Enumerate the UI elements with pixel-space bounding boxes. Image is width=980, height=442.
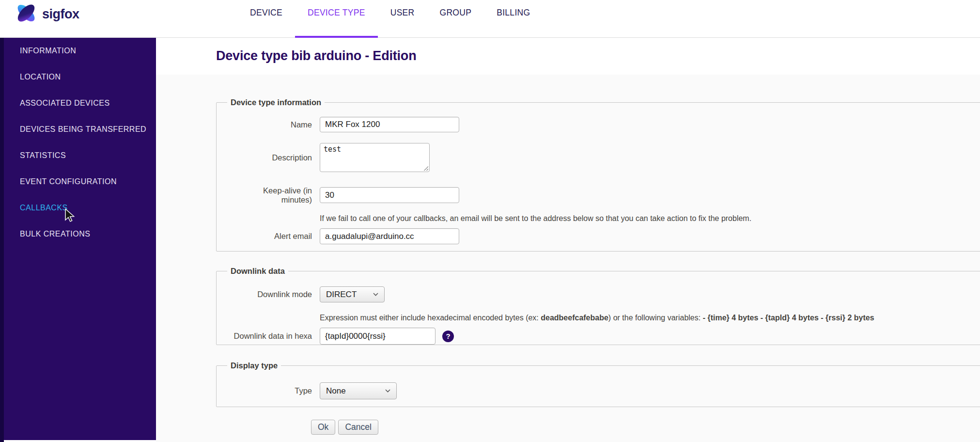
downlink-hexa-label: Downlink data in hexa [217,332,312,341]
header: sigfox DEVICE DEVICE TYPE USER GROUP BIL… [0,0,980,38]
sidebar-item-associated-devices[interactable]: ASSOCIATED DEVICES [4,90,156,116]
downlink-mode-value: DIRECT [326,290,357,300]
sidebar-item-event-configuration[interactable]: EVENT CONFIGURATION [4,169,156,195]
sidebar: INFORMATION LOCATION ASSOCIATED DEVICES … [4,38,156,440]
name-input[interactable]: MKR Fox 1200 [320,117,459,132]
display-type-value: None [326,386,346,396]
alert-email-input[interactable]: a.guadalupi@arduino.cc [320,228,459,244]
description-textarea[interactable]: test [320,143,430,172]
chevron-down-icon [373,293,378,296]
description-label: Description [217,153,312,162]
sidebar-item-devices-being-transferred[interactable]: DEVICES BEING TRANSFERRED [4,116,156,142]
downlink-expression-note: Expression must either include hexadecim… [320,314,874,322]
sidebar-item-bulk-creations[interactable]: BULK CREATIONS [4,221,156,247]
nav-device-type[interactable]: DEVICE TYPE [295,0,378,38]
fieldset-device-type-information: Device type information Name MKR Fox 120… [216,98,980,252]
device-type-form: Device type information Name MKR Fox 120… [156,75,980,442]
ok-button[interactable]: Ok [311,420,335,435]
alert-email-note: If we fail to call one of your callbacks… [320,214,751,223]
downlink-mode-select[interactable]: DIRECT [320,286,385,302]
sidebar-item-statistics[interactable]: STATISTICS [4,142,156,169]
legend-device-type-information: Device type information [227,98,325,107]
help-icon[interactable]: ? [442,331,454,342]
row-alert-email: Alert email a.guadalupi@arduino.cc [217,228,459,244]
form-actions: Ok Cancel [311,420,378,435]
fieldset-display-type: Display type Type None [216,361,980,407]
row-downlink-mode: Downlink mode DIRECT [217,286,385,302]
row-downlink-hexa: Downlink data in hexa {tapId}0000{rssi} … [217,328,454,345]
sigfox-logo[interactable]: sigfox [15,2,79,26]
display-type-label: Type [217,386,312,395]
keepalive-label: Keep-alive (in minutes) [217,186,312,205]
chevron-down-icon [385,389,390,393]
fieldset-downlink-data: Downlink data Downlink mode DIRECT Expre… [216,267,980,345]
legend-display-type: Display type [227,361,281,370]
page-title: Device type bib arduino - Edition [216,48,416,63]
sidebar-item-information[interactable]: INFORMATION [4,38,156,64]
main-content: Device type bib arduino - Edition Device… [156,38,980,442]
name-label: Name [217,120,312,129]
row-name: Name MKR Fox 1200 [217,117,459,132]
nav-device[interactable]: DEVICE [237,0,295,38]
row-description: Description test [217,143,430,172]
legend-downlink-data: Downlink data [227,267,288,276]
sidebar-item-callbacks[interactable]: CALLBACKS [4,195,156,221]
keepalive-input[interactable]: 30 [320,187,459,203]
cancel-button[interactable]: Cancel [338,420,378,435]
nav-billing[interactable]: BILLING [484,0,543,38]
mouse-cursor [64,208,77,225]
display-type-select[interactable]: None [320,382,397,399]
nav-user[interactable]: USER [378,0,427,38]
sidebar-item-location[interactable]: LOCATION [4,64,156,90]
downlink-hexa-input[interactable]: {tapId}0000{rssi} [320,328,436,345]
downlink-mode-label: Downlink mode [217,290,312,299]
alert-email-label: Alert email [217,232,312,241]
sigfox-butterfly-icon [15,2,38,26]
row-keepalive: Keep-alive (in minutes) 30 [217,186,459,205]
nav-group[interactable]: GROUP [427,0,484,38]
row-display-type: Type None [217,382,397,399]
brand-name: sigfox [42,7,79,22]
top-nav: DEVICE DEVICE TYPE USER GROUP BILLING [237,0,543,38]
left-edge-strip [0,0,4,442]
